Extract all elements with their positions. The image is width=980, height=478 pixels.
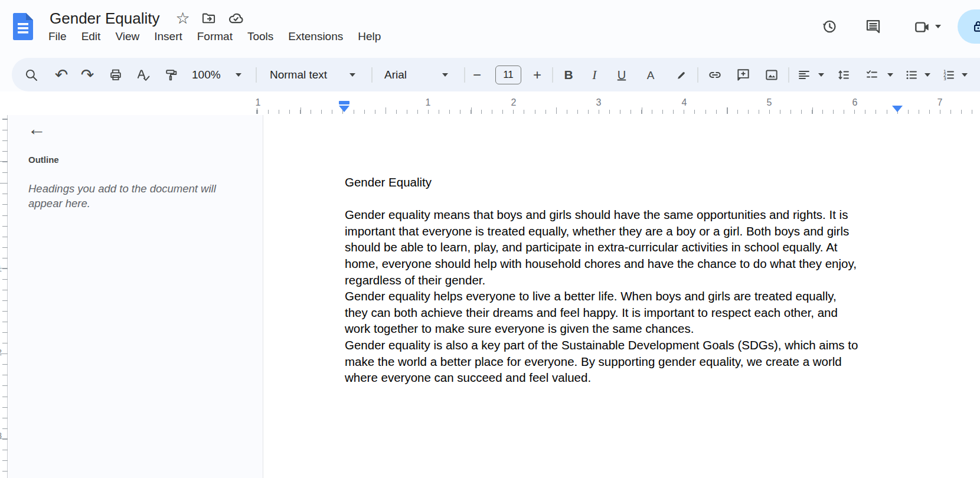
doc-heading[interactable]: Gender Equality xyxy=(345,174,929,191)
redo-icon[interactable]: ↷ xyxy=(81,67,94,83)
top-bar: Gender Equality ☆ File Edit View Insert … xyxy=(0,0,980,54)
svg-text:3: 3 xyxy=(943,76,946,81)
align-dropdown-icon[interactable] xyxy=(818,73,824,77)
right-indent-marker[interactable] xyxy=(892,106,903,112)
doc-paragraph-3[interactable]: Gender equality is also a key part of th… xyxy=(345,337,929,386)
align-left-icon[interactable] xyxy=(797,68,811,82)
ruler-mark: 2 xyxy=(509,97,519,108)
ruler-mark: 5 xyxy=(765,97,775,108)
ruler-half-ticks xyxy=(254,107,980,114)
undo-icon[interactable]: ↶ xyxy=(55,67,68,83)
font-dropdown-icon[interactable] xyxy=(442,73,448,77)
vertical-ruler-inch-ticks xyxy=(0,115,8,478)
numbered-list-icon[interactable]: 123 xyxy=(942,68,956,82)
zoom-level[interactable]: 100% xyxy=(192,68,221,81)
bold-button[interactable]: B xyxy=(564,68,573,82)
video-call-icon[interactable] xyxy=(913,18,932,37)
font-family[interactable]: Arial xyxy=(384,68,407,81)
underline-button[interactable]: U xyxy=(618,68,626,81)
outline-hint: Headings you add to the document will ap… xyxy=(28,182,223,211)
docs-logo-icon[interactable] xyxy=(13,13,33,40)
close-outline-icon[interactable]: ← xyxy=(28,120,46,138)
version-history-icon[interactable] xyxy=(821,18,838,35)
left-indent-marker[interactable] xyxy=(339,106,349,112)
blank-line xyxy=(345,191,929,207)
move-to-folder-icon[interactable] xyxy=(201,11,217,27)
paint-format-icon[interactable] xyxy=(164,67,179,82)
insert-link-icon[interactable] xyxy=(707,67,723,83)
menu-format[interactable]: Format xyxy=(197,30,233,43)
vruler-mark: 3 xyxy=(0,430,4,440)
italic-button[interactable]: I xyxy=(592,67,596,83)
toolbar: ↶ ↷ 100% Normal text Arial − 11 + B I U … xyxy=(12,58,980,91)
menu-tools[interactable]: Tools xyxy=(247,30,273,43)
ruler-mark: 7 xyxy=(935,97,945,108)
paragraph-styles[interactable]: Normal text xyxy=(270,68,327,81)
doc-paragraph-2[interactable]: Gender equality helps everyone to live a… xyxy=(345,288,929,337)
share-button-partial[interactable] xyxy=(958,9,980,44)
vruler-mark: 1 xyxy=(0,263,4,273)
highlight-color-icon[interactable] xyxy=(672,67,688,83)
checklist-dropdown-icon[interactable] xyxy=(887,73,893,77)
doc-paragraph-1[interactable]: Gender equality means that boys and girl… xyxy=(345,207,929,288)
document-text[interactable]: Gender Equality Gender equality means th… xyxy=(345,174,929,386)
horizontal-ruler[interactable]: 1 1 2 3 4 5 6 7 xyxy=(0,91,980,115)
zoom-dropdown-icon[interactable] xyxy=(236,73,241,77)
menu-extensions[interactable]: Extensions xyxy=(288,30,343,43)
comments-icon[interactable] xyxy=(864,18,882,35)
ruler-mark: 4 xyxy=(680,97,690,108)
menu-help[interactable]: Help xyxy=(358,30,381,43)
ruler-mark: 6 xyxy=(850,97,860,108)
cloud-saved-icon[interactable] xyxy=(227,10,244,27)
ruler-mark: 1 xyxy=(253,97,263,108)
decrease-font-size-button[interactable]: − xyxy=(473,68,481,82)
styles-dropdown-icon[interactable] xyxy=(349,73,355,77)
checklist-icon[interactable] xyxy=(865,68,879,82)
toolbar-strip: ↶ ↷ 100% Normal text Arial − 11 + B I U … xyxy=(0,54,980,91)
bulleted-list-dropdown-icon[interactable] xyxy=(925,73,930,77)
insert-image-icon[interactable] xyxy=(764,67,779,83)
video-call-dropdown-icon[interactable] xyxy=(935,25,941,28)
star-icon[interactable]: ☆ xyxy=(175,11,190,27)
vertical-ruler[interactable]: 1 2 3 xyxy=(0,115,8,478)
main-area: 1 2 3 ← Outline Headings you add to the … xyxy=(0,115,980,478)
menu-bar: File Edit View Insert Format Tools Exten… xyxy=(48,30,381,43)
line-spacing-icon[interactable] xyxy=(837,68,851,82)
vruler-mark: 2 xyxy=(0,347,4,357)
print-icon[interactable] xyxy=(109,67,123,82)
outline-panel: ← Outline Headings you add to the docume… xyxy=(8,115,263,478)
first-line-indent-marker[interactable] xyxy=(339,101,349,104)
bulleted-list-icon[interactable] xyxy=(904,68,919,82)
text-color-button[interactable]: A xyxy=(647,69,655,80)
ruler-mark: 1 xyxy=(423,97,433,108)
ruler-mark: 3 xyxy=(594,97,604,108)
menu-file[interactable]: File xyxy=(48,30,67,43)
menu-edit[interactable]: Edit xyxy=(81,30,101,43)
increase-font-size-button[interactable]: + xyxy=(533,68,541,82)
numbered-list-dropdown-icon[interactable] xyxy=(962,73,968,77)
font-size-field[interactable]: 11 xyxy=(495,66,521,84)
add-comment-icon[interactable] xyxy=(736,67,751,83)
menu-insert[interactable]: Insert xyxy=(154,30,182,43)
document-title-row: Gender Equality ☆ xyxy=(50,8,250,28)
document-title[interactable]: Gender Equality xyxy=(50,9,159,28)
search-menus-icon[interactable] xyxy=(24,67,39,83)
spelling-check-icon[interactable] xyxy=(135,67,151,83)
lock-icon xyxy=(971,19,980,34)
menu-view[interactable]: View xyxy=(115,30,139,43)
outline-title: Outline xyxy=(28,155,59,165)
